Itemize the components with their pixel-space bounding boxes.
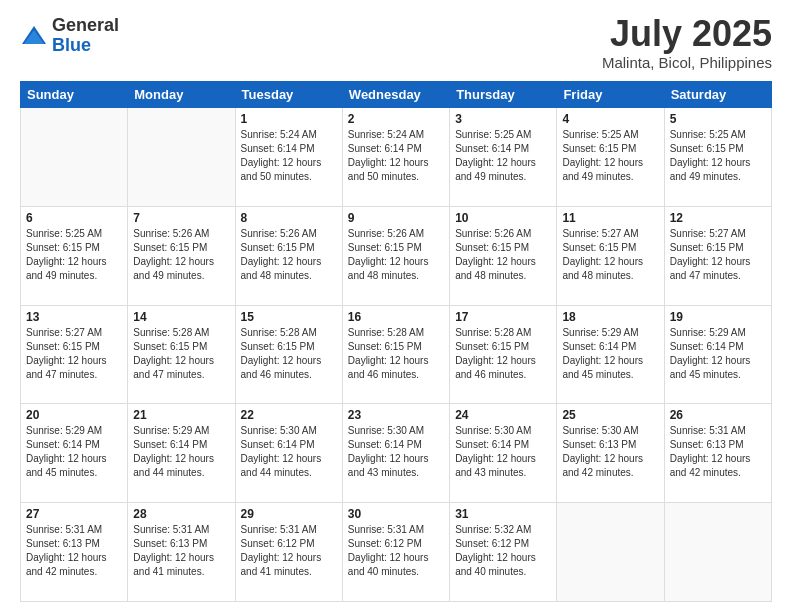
day-number: 7 [133, 211, 229, 225]
day-number: 29 [241, 507, 337, 521]
logo-blue-text: Blue [52, 35, 91, 55]
day-detail: Sunrise: 5:29 AMSunset: 6:14 PMDaylight:… [562, 326, 658, 382]
day-detail: Sunrise: 5:26 AMSunset: 6:15 PMDaylight:… [133, 227, 229, 283]
logo: General Blue [20, 16, 119, 56]
day-detail: Sunrise: 5:31 AMSunset: 6:13 PMDaylight:… [670, 424, 766, 480]
day-detail: Sunrise: 5:26 AMSunset: 6:15 PMDaylight:… [241, 227, 337, 283]
col-friday: Friday [557, 82, 664, 108]
day-detail: Sunrise: 5:30 AMSunset: 6:14 PMDaylight:… [348, 424, 444, 480]
table-row: 29Sunrise: 5:31 AMSunset: 6:12 PMDayligh… [235, 503, 342, 602]
day-number: 18 [562, 310, 658, 324]
day-number: 1 [241, 112, 337, 126]
table-row: 2Sunrise: 5:24 AMSunset: 6:14 PMDaylight… [342, 108, 449, 207]
day-number: 30 [348, 507, 444, 521]
day-number: 12 [670, 211, 766, 225]
day-number: 22 [241, 408, 337, 422]
day-detail: Sunrise: 5:24 AMSunset: 6:14 PMDaylight:… [348, 128, 444, 184]
table-row: 11Sunrise: 5:27 AMSunset: 6:15 PMDayligh… [557, 206, 664, 305]
day-detail: Sunrise: 5:31 AMSunset: 6:12 PMDaylight:… [348, 523, 444, 579]
day-number: 28 [133, 507, 229, 521]
table-row: 9Sunrise: 5:26 AMSunset: 6:15 PMDaylight… [342, 206, 449, 305]
day-number: 23 [348, 408, 444, 422]
table-row: 25Sunrise: 5:30 AMSunset: 6:13 PMDayligh… [557, 404, 664, 503]
day-detail: Sunrise: 5:28 AMSunset: 6:15 PMDaylight:… [133, 326, 229, 382]
day-detail: Sunrise: 5:32 AMSunset: 6:12 PMDaylight:… [455, 523, 551, 579]
table-row: 5Sunrise: 5:25 AMSunset: 6:15 PMDaylight… [664, 108, 771, 207]
day-number: 15 [241, 310, 337, 324]
table-row [128, 108, 235, 207]
day-detail: Sunrise: 5:30 AMSunset: 6:14 PMDaylight:… [241, 424, 337, 480]
day-number: 2 [348, 112, 444, 126]
col-tuesday: Tuesday [235, 82, 342, 108]
day-number: 17 [455, 310, 551, 324]
day-number: 8 [241, 211, 337, 225]
day-number: 10 [455, 211, 551, 225]
col-saturday: Saturday [664, 82, 771, 108]
table-row: 15Sunrise: 5:28 AMSunset: 6:15 PMDayligh… [235, 305, 342, 404]
table-row: 31Sunrise: 5:32 AMSunset: 6:12 PMDayligh… [450, 503, 557, 602]
calendar-week-row: 13Sunrise: 5:27 AMSunset: 6:15 PMDayligh… [21, 305, 772, 404]
day-detail: Sunrise: 5:31 AMSunset: 6:13 PMDaylight:… [26, 523, 122, 579]
day-number: 25 [562, 408, 658, 422]
day-detail: Sunrise: 5:28 AMSunset: 6:15 PMDaylight:… [241, 326, 337, 382]
day-detail: Sunrise: 5:29 AMSunset: 6:14 PMDaylight:… [670, 326, 766, 382]
table-row: 10Sunrise: 5:26 AMSunset: 6:15 PMDayligh… [450, 206, 557, 305]
calendar-title: July 2025 [602, 16, 772, 52]
table-row: 27Sunrise: 5:31 AMSunset: 6:13 PMDayligh… [21, 503, 128, 602]
col-sunday: Sunday [21, 82, 128, 108]
day-number: 6 [26, 211, 122, 225]
table-row: 22Sunrise: 5:30 AMSunset: 6:14 PMDayligh… [235, 404, 342, 503]
day-number: 21 [133, 408, 229, 422]
day-detail: Sunrise: 5:26 AMSunset: 6:15 PMDaylight:… [348, 227, 444, 283]
table-row: 8Sunrise: 5:26 AMSunset: 6:15 PMDaylight… [235, 206, 342, 305]
col-thursday: Thursday [450, 82, 557, 108]
table-row: 6Sunrise: 5:25 AMSunset: 6:15 PMDaylight… [21, 206, 128, 305]
table-row: 13Sunrise: 5:27 AMSunset: 6:15 PMDayligh… [21, 305, 128, 404]
day-number: 3 [455, 112, 551, 126]
calendar-location: Malinta, Bicol, Philippines [602, 54, 772, 71]
table-row [664, 503, 771, 602]
day-detail: Sunrise: 5:30 AMSunset: 6:14 PMDaylight:… [455, 424, 551, 480]
table-row: 30Sunrise: 5:31 AMSunset: 6:12 PMDayligh… [342, 503, 449, 602]
day-number: 9 [348, 211, 444, 225]
page: General Blue July 2025 Malinta, Bicol, P… [0, 0, 792, 612]
header: General Blue July 2025 Malinta, Bicol, P… [20, 16, 772, 71]
table-row: 14Sunrise: 5:28 AMSunset: 6:15 PMDayligh… [128, 305, 235, 404]
day-number: 5 [670, 112, 766, 126]
day-detail: Sunrise: 5:24 AMSunset: 6:14 PMDaylight:… [241, 128, 337, 184]
table-row: 19Sunrise: 5:29 AMSunset: 6:14 PMDayligh… [664, 305, 771, 404]
day-number: 26 [670, 408, 766, 422]
table-row: 24Sunrise: 5:30 AMSunset: 6:14 PMDayligh… [450, 404, 557, 503]
day-detail: Sunrise: 5:25 AMSunset: 6:14 PMDaylight:… [455, 128, 551, 184]
table-row: 3Sunrise: 5:25 AMSunset: 6:14 PMDaylight… [450, 108, 557, 207]
day-number: 16 [348, 310, 444, 324]
table-row: 28Sunrise: 5:31 AMSunset: 6:13 PMDayligh… [128, 503, 235, 602]
day-detail: Sunrise: 5:27 AMSunset: 6:15 PMDaylight:… [562, 227, 658, 283]
title-block: July 2025 Malinta, Bicol, Philippines [602, 16, 772, 71]
day-number: 24 [455, 408, 551, 422]
calendar-table: Sunday Monday Tuesday Wednesday Thursday… [20, 81, 772, 602]
calendar-week-row: 6Sunrise: 5:25 AMSunset: 6:15 PMDaylight… [21, 206, 772, 305]
day-detail: Sunrise: 5:25 AMSunset: 6:15 PMDaylight:… [562, 128, 658, 184]
table-row: 21Sunrise: 5:29 AMSunset: 6:14 PMDayligh… [128, 404, 235, 503]
day-detail: Sunrise: 5:29 AMSunset: 6:14 PMDaylight:… [133, 424, 229, 480]
day-number: 11 [562, 211, 658, 225]
calendar-week-row: 1Sunrise: 5:24 AMSunset: 6:14 PMDaylight… [21, 108, 772, 207]
day-number: 20 [26, 408, 122, 422]
day-number: 19 [670, 310, 766, 324]
table-row [21, 108, 128, 207]
day-detail: Sunrise: 5:31 AMSunset: 6:13 PMDaylight:… [133, 523, 229, 579]
logo-general-text: General [52, 15, 119, 35]
table-row: 20Sunrise: 5:29 AMSunset: 6:14 PMDayligh… [21, 404, 128, 503]
calendar-week-row: 20Sunrise: 5:29 AMSunset: 6:14 PMDayligh… [21, 404, 772, 503]
table-row [557, 503, 664, 602]
table-row: 16Sunrise: 5:28 AMSunset: 6:15 PMDayligh… [342, 305, 449, 404]
day-detail: Sunrise: 5:27 AMSunset: 6:15 PMDaylight:… [26, 326, 122, 382]
day-number: 31 [455, 507, 551, 521]
day-number: 13 [26, 310, 122, 324]
table-row: 7Sunrise: 5:26 AMSunset: 6:15 PMDaylight… [128, 206, 235, 305]
day-number: 14 [133, 310, 229, 324]
table-row: 26Sunrise: 5:31 AMSunset: 6:13 PMDayligh… [664, 404, 771, 503]
day-detail: Sunrise: 5:30 AMSunset: 6:13 PMDaylight:… [562, 424, 658, 480]
day-number: 4 [562, 112, 658, 126]
